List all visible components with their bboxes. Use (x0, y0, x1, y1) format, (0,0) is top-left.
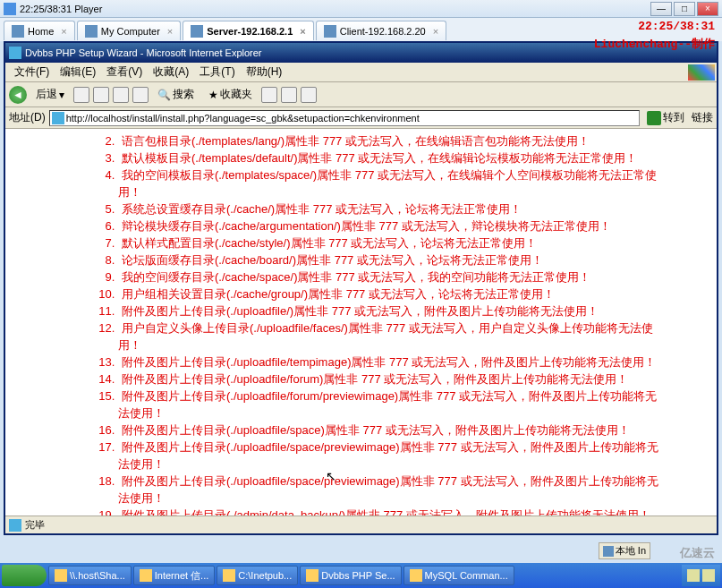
menu-item[interactable]: 收藏(A) (148, 63, 194, 81)
stop-button[interactable] (93, 87, 109, 103)
overlay-author: Liuchenchang--制作 (594, 36, 715, 52)
home-button[interactable] (132, 87, 149, 103)
tray-icon[interactable] (702, 569, 715, 582)
ie-statusbar: 完毕 (5, 516, 717, 533)
error-list: 语言包根目录(./templates/lang/)属性非 777 或无法写入，在… (118, 132, 699, 516)
error-item: 附件及图片上传目录(./admin/data_backup/)属性非 777 或… (118, 507, 663, 516)
status-text: 完毕 (25, 518, 45, 532)
menu-item[interactable]: 文件(F) (9, 63, 55, 81)
task-icon (223, 569, 235, 582)
forward-button[interactable] (73, 87, 89, 103)
tab-close-icon[interactable]: × (61, 26, 66, 37)
links-label[interactable]: 链接 (692, 110, 713, 125)
tab-label: Home (28, 26, 54, 37)
history-button[interactable] (261, 87, 277, 103)
back-label[interactable]: 后退 ▾ (30, 85, 70, 104)
start-button[interactable] (2, 565, 47, 586)
taskbar-button[interactable]: C:\Inetpub... (217, 566, 298, 585)
system-tray[interactable] (682, 565, 720, 586)
error-item: 附件及图片上传目录(./uploadfile/space)属性非 777 或无法… (118, 422, 663, 439)
error-item: 默认样式配置目录(./cache/style/)属性非 777 或无法写入，论坛… (118, 234, 663, 251)
ie-title-text: Dvbbs PHP Setup Wizard - Microsoft Inter… (25, 47, 262, 58)
menu-item[interactable]: 帮助(H) (241, 63, 288, 81)
overlay-clock: 22:25/38:31 (638, 20, 715, 33)
url-text: http://localhost/install/install.php?lan… (66, 113, 420, 124)
maximize-button[interactable]: □ (674, 2, 695, 16)
taskbar-button[interactable]: Dvbbs PHP Se... (300, 566, 401, 585)
tray-icon[interactable] (687, 569, 700, 582)
error-item: 论坛版面缓存目录(./cache/board/)属性非 777 或无法写入，论坛… (118, 251, 663, 268)
tab-icon (12, 25, 24, 38)
tab-icon (85, 25, 98, 38)
address-input[interactable]: http://localhost/install/install.php?lan… (49, 110, 640, 126)
go-icon (647, 111, 661, 125)
task-icon (55, 569, 67, 582)
player-icon (4, 3, 16, 15)
tab-close-icon[interactable]: × (300, 26, 305, 37)
player-title: 22:25/38:31 Player (20, 4, 650, 14)
zone-indicator: 本地 In (599, 542, 650, 559)
windows-flag-icon (688, 64, 715, 81)
watermark: 亿速云 (680, 545, 715, 561)
error-item: 我的空间缓存目录(./cache/space/)属性非 777 或无法写入，我的… (118, 268, 663, 285)
taskbar-button[interactable]: Internet 信... (133, 566, 216, 585)
player-tab[interactable]: Server-192.168.2.1× (183, 21, 313, 40)
error-item: 系统总设置缓存目录(./cache/)属性非 777 或无法写入，论坛将无法正常… (118, 200, 663, 217)
tab-icon (191, 25, 203, 38)
error-item: 辩论模块缓存目录(./cache/argumentation/)属性非 777 … (118, 217, 663, 234)
error-item: 附件及图片上传目录(./uploadfile/space/previewimag… (118, 439, 663, 473)
page-content: 语言包根目录(./templates/lang/)属性非 777 或无法写入，在… (5, 129, 717, 516)
windows-taskbar: \\.host\Sha...Internet 信...C:\Inetpub...… (0, 563, 722, 588)
page-icon (52, 112, 64, 124)
player-tab[interactable]: Client-192.168.2.20× (316, 21, 446, 40)
favorites-button[interactable]: ★ 收藏夹 (203, 85, 258, 104)
tab-label: Client-192.168.2.20 (340, 26, 426, 37)
task-icon (306, 569, 319, 582)
error-item: 用户组相关设置目录(./cache/group/)属性非 777 或无法写入，论… (118, 285, 663, 303)
error-item: 默认模板目录(./templates/default/)属性非 777 或无法写… (118, 149, 663, 166)
ie-icon (9, 47, 21, 59)
error-item: 语言包根目录(./templates/lang/)属性非 777 或无法写入，在… (118, 132, 663, 149)
go-button[interactable]: 转到 (643, 110, 688, 125)
tab-close-icon[interactable]: × (167, 26, 173, 37)
mail-button[interactable] (281, 87, 297, 103)
address-label: 地址(D) (9, 110, 46, 125)
error-item: 附件及图片上传目录(./uploadfile/forum/previewimag… (118, 388, 663, 422)
task-icon (140, 569, 152, 582)
close-button[interactable]: × (697, 2, 718, 16)
player-tab[interactable]: My Computer× (77, 21, 181, 40)
ie-menubar: 文件(F)编辑(E)查看(V)收藏(A)工具(T)帮助(H) (5, 63, 717, 82)
print-button[interactable] (301, 87, 317, 103)
error-item: 附件及图片上传目录(./uploadfile/tempimage)属性非 777… (118, 354, 663, 371)
vm-player-titlebar: 22:25/38:31 Player — □ × (0, 0, 722, 18)
player-tab[interactable]: Home× (4, 21, 75, 40)
back-button[interactable]: ◄ (9, 86, 27, 104)
error-item: 附件及图片上传目录(./uploadfile/space/previewimag… (118, 473, 663, 507)
menu-item[interactable]: 查看(V) (101, 63, 148, 81)
ie-addressbar: 地址(D) http://localhost/install/install.p… (5, 107, 717, 129)
search-button[interactable]: 🔍 搜索 (152, 85, 200, 104)
error-item: 我的空间模板目录(./templates/space/)属性非 777 或无法写… (118, 166, 663, 200)
minimize-button[interactable]: — (650, 2, 672, 16)
tab-icon (324, 25, 336, 38)
menu-item[interactable]: 编辑(E) (55, 63, 101, 81)
refresh-button[interactable] (113, 87, 129, 103)
done-icon (9, 519, 21, 532)
error-item: 附件及图片上传目录(./uploadfile/forum)属性非 777 或无法… (118, 371, 663, 388)
tab-label: My Computer (101, 26, 160, 37)
error-item: 附件及图片上传目录(./uploadfile/)属性非 777 或无法写入，附件… (118, 303, 663, 320)
zone-icon (603, 546, 614, 557)
taskbar-button[interactable]: MySQL Comman... (403, 566, 514, 585)
error-item: 用户自定义头像上传目录(./uploadfile/faces/)属性非 777 … (118, 320, 663, 354)
task-icon (410, 569, 422, 582)
tab-close-icon[interactable]: × (433, 26, 438, 37)
tab-label: Server-192.168.2.1 (207, 26, 293, 37)
ie-window: Dvbbs PHP Setup Wizard - Microsoft Inter… (4, 41, 718, 535)
menu-item[interactable]: 工具(T) (194, 63, 240, 81)
ie-toolbar: ◄ 后退 ▾ 🔍 搜索 ★ 收藏夹 (5, 82, 717, 107)
taskbar-button[interactable]: \\.host\Sha... (48, 566, 132, 585)
